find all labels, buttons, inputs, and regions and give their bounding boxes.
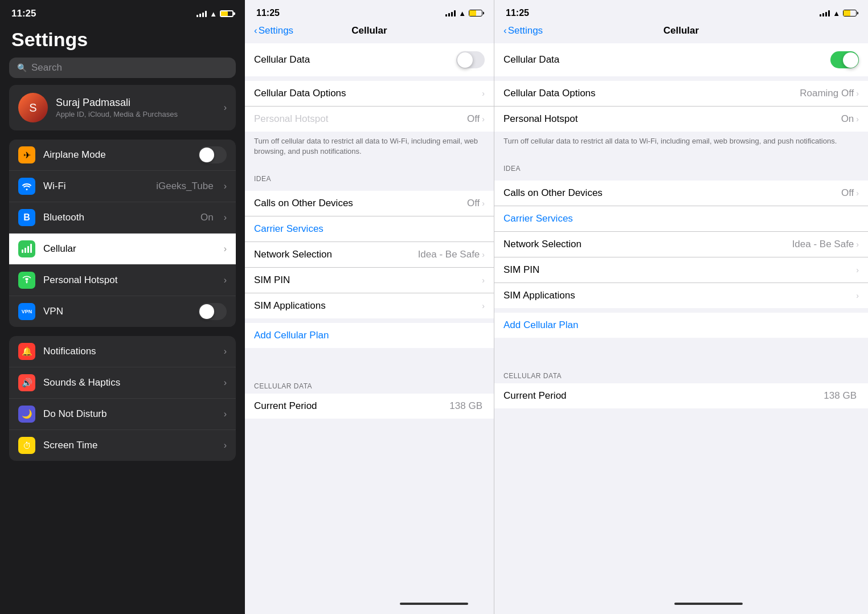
notifications-icon: 🔔 [18,343,35,360]
sim-pin-label-middle: SIM PIN [254,275,482,286]
section-idea-middle: IDEA [245,163,494,186]
cellular-data-label-middle: Cellular Data [254,54,310,66]
svg-rect-1 [24,248,26,253]
svg-rect-0 [22,249,23,253]
network-selection-label-middle: Network Selection [254,249,418,260]
personal-hotspot-label-right: Personal Hotspot [503,113,841,125]
personal-hotspot-chevron-middle: › [482,114,485,124]
svg-rect-2 [27,246,29,253]
sounds-icon: 🔊 [18,374,35,391]
personal-hotspot-value-right: On [841,113,854,125]
home-indicator-middle [400,603,468,605]
calls-other-label-right: Calls on Other Devices [503,187,841,199]
settings-row-bluetooth[interactable]: B Bluetooth On › [9,202,236,234]
search-placeholder: Search [31,62,62,73]
cellular-data-options-label-middle: Cellular Data Options [254,88,482,99]
cellular-data-toggle-row-middle[interactable]: Cellular Data [245,43,494,76]
back-button-right[interactable]: ‹ Settings [503,25,543,36]
current-period-value-middle: 138 GB [449,400,482,412]
add-cellular-plan-row-middle[interactable]: Add Cellular Plan [245,323,494,348]
idea-group-middle: Calls on Other Devices Off › Carrier Ser… [245,191,494,318]
bluetooth-value: On [200,212,214,223]
panel-nav-middle: ‹ Settings Cellular [245,23,494,43]
cellular-data-toggle-row-right[interactable]: Cellular Data [494,43,868,76]
settings-row-screentime[interactable]: ⏱ Screen Time › [9,430,236,461]
battery-icon-left [220,10,234,17]
current-period-label-right: Current Period [503,390,824,402]
settings-row-wifi[interactable]: Wi-Fi iGeeks_Tube › [9,171,236,202]
current-period-label-middle: Current Period [254,400,449,412]
status-bar-right: 11:25 ▲ [494,0,868,23]
back-label-middle: Settings [259,25,293,36]
network-selection-value-middle: Idea - Be Safe [418,249,480,260]
calls-other-devices-row-right[interactable]: Calls on Other Devices Off › [494,181,868,206]
vpn-toggle[interactable] [198,303,227,320]
airplane-toggle[interactable] [198,146,227,163]
cellular-panel-middle: 11:25 ▲ ‹ Settings Cellular Cellular Dat… [245,0,494,614]
carrier-services-row-middle[interactable]: Carrier Services [245,216,494,242]
personal-hotspot-value-middle: Off [467,113,480,125]
personal-hotspot-row-middle[interactable]: Personal Hotspot Off › [245,107,494,132]
cellular-data-options-row-right[interactable]: Cellular Data Options Roaming Off › [494,81,868,107]
carrier-services-row-right[interactable]: Carrier Services [494,206,868,232]
cellular-data-section-header-right: CELLULAR DATA [494,361,868,383]
personal-hotspot-row-right[interactable]: Personal Hotspot On › [494,107,868,132]
cellular-data-toggle-right[interactable] [830,51,859,68]
current-period-row-middle: Current Period 138 GB [245,394,494,419]
battery-icon-right [843,10,857,17]
cellular-data-options-chevron: › [482,89,485,98]
wifi-icon-middle: ▲ [458,9,466,18]
screentime-icon: ⏱ [18,437,35,454]
sim-apps-row-middle[interactable]: SIM Applications › [245,293,494,318]
settings-row-notifications[interactable]: 🔔 Notifications › [9,336,236,367]
profile-subtitle: Apple ID, iCloud, Media & Purchases [56,110,216,118]
signal-icon-right [820,10,830,17]
personal-hotspot-chevron-right: › [856,114,859,124]
screentime-label: Screen Time [43,440,216,451]
settings-row-cellular[interactable]: Cellular › [9,234,236,265]
search-icon: 🔍 [17,63,27,72]
screentime-chevron: › [224,440,227,451]
sim-pin-chevron-right: › [856,265,859,275]
cellular-options-group-middle: Cellular Data Options › Personal Hotspot… [245,81,494,132]
general-group: 🔔 Notifications › 🔊 Sounds & Haptics › 🌙… [9,336,236,461]
airplane-icon: ✈ [18,146,35,163]
sim-apps-row-right[interactable]: SIM Applications › [494,283,868,308]
cellular-data-options-chevron-right: › [856,89,859,98]
carrier-services-label-middle: Carrier Services [254,223,324,234]
sim-pin-row-middle[interactable]: SIM PIN › [245,268,494,293]
svg-rect-3 [30,244,32,253]
add-cellular-plan-label-middle: Add Cellular Plan [254,330,329,341]
hotspot-chevron: › [224,275,227,285]
cellular-data-label-right: Cellular Data [503,54,559,66]
calls-other-devices-row-middle[interactable]: Calls on Other Devices Off › [245,191,494,216]
notifications-label: Notifications [43,346,216,357]
back-button-middle[interactable]: ‹ Settings [254,25,293,36]
calls-other-chevron-middle: › [482,199,485,208]
settings-row-dnd[interactable]: 🌙 Do Not Disturb › [9,399,236,430]
cellular-data-options-value-right: Roaming Off [800,88,854,99]
calls-other-value-right: Off [841,187,854,199]
vpn-label: VPN [43,306,190,317]
search-bar[interactable]: 🔍 Search [9,58,236,78]
cellular-panel-right: 11:25 ▲ ‹ Settings Cellular Cellular Dat… [494,0,868,614]
settings-row-hotspot[interactable]: Personal Hotspot › [9,265,236,296]
add-cellular-plan-row-right[interactable]: Add Cellular Plan [494,313,868,338]
settings-row-sounds[interactable]: 🔊 Sounds & Haptics › [9,367,236,399]
cellular-description-right: Turn off cellular data to restrict all d… [494,132,868,153]
settings-row-airplane[interactable]: ✈ Airplane Mode [9,140,236,171]
back-chevron-right: ‹ [503,25,507,36]
settings-row-vpn[interactable]: VPN VPN [9,296,236,327]
status-icons-left: ▲ [196,10,234,18]
cellular-data-toggle-middle[interactable] [456,51,485,68]
network-selection-row-middle[interactable]: Network Selection Idea - Be Safe › [245,242,494,268]
profile-section[interactable]: S Suraj Padmasali Apple ID, iCloud, Medi… [9,85,236,130]
cellular-data-section-header-middle: CELLULAR DATA [245,371,494,394]
bluetooth-icon: B [18,209,35,226]
network-selection-row-right[interactable]: Network Selection Idea - Be Safe › [494,232,868,257]
carrier-services-label-right: Carrier Services [503,213,573,224]
dnd-icon: 🌙 [18,406,35,423]
sim-pin-row-right[interactable]: SIM PIN › [494,257,868,283]
cellular-data-options-row-middle[interactable]: Cellular Data Options › [245,81,494,107]
bluetooth-chevron: › [224,212,227,223]
